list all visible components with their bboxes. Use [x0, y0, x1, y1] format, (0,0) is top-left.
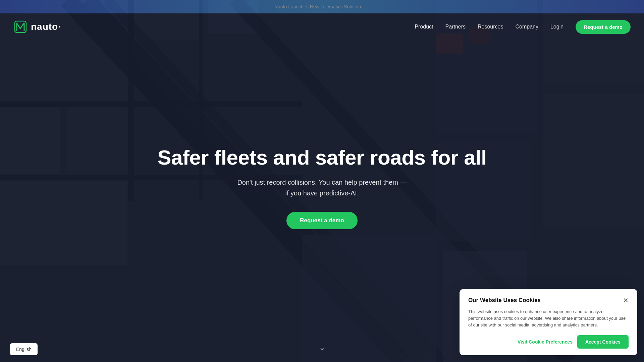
- cookie-close-button[interactable]: ✕: [623, 297, 629, 304]
- hero-subtitle: Don't just record collisions. You can he…: [157, 177, 486, 198]
- language-selector[interactable]: English: [10, 343, 38, 355]
- cookie-banner: Our Website Uses Cookies ✕ This website …: [460, 289, 637, 355]
- cookie-banner-title: Our Website Uses Cookies: [468, 297, 541, 304]
- cookie-banner-header: Our Website Uses Cookies ✕: [468, 297, 629, 304]
- logo-icon: [13, 20, 28, 34]
- hero-request-demo-button[interactable]: Request a demo: [286, 212, 357, 229]
- logo-text: nauto·: [31, 21, 61, 32]
- accept-cookies-button[interactable]: Accept Cookies: [577, 335, 629, 349]
- cookie-banner-body: This website uses cookies to enhance use…: [468, 308, 629, 328]
- navbar: nauto· Product Partners Resources Compan…: [0, 13, 644, 40]
- scroll-indicator[interactable]: ⌄: [319, 343, 325, 352]
- hero-content: Safer fleets and safer roads for all Don…: [151, 146, 493, 229]
- visit-cookie-preferences-button[interactable]: Visit Cookie Preferences: [518, 335, 573, 349]
- hero-title: Safer fleets and safer roads for all: [157, 146, 486, 169]
- logo[interactable]: nauto·: [13, 20, 61, 34]
- hero-subtitle-line2: if you have predictive-AI.: [285, 189, 359, 197]
- nav-company[interactable]: Company: [515, 24, 538, 30]
- nav-links: Product Partners Resources Company Login…: [415, 20, 631, 34]
- nav-login[interactable]: Login: [550, 24, 564, 30]
- nav-partners[interactable]: Partners: [445, 24, 466, 30]
- nav-product[interactable]: Product: [415, 24, 433, 30]
- nav-request-demo-button[interactable]: Request a demo: [576, 20, 631, 34]
- nav-resources[interactable]: Resources: [478, 24, 503, 30]
- hero-subtitle-line1: Don't just record collisions. You can he…: [237, 179, 407, 186]
- cookie-banner-actions: Visit Cookie Preferences Accept Cookies: [468, 335, 629, 349]
